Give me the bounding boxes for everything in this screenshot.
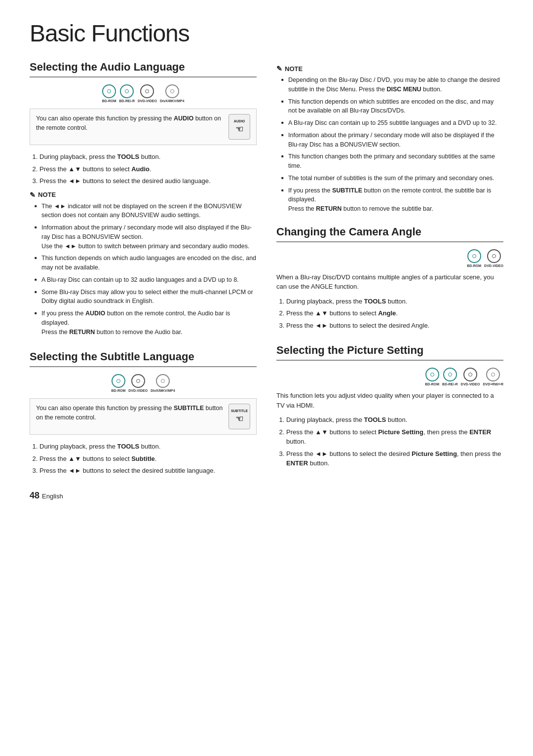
cam-badge-dvd-video: DVD-VIDEO <box>484 249 503 267</box>
subtitle-info-text: You can also operate this function by pr… <box>36 404 224 422</box>
pic-badge-dvdrw: DVD+RW/+R <box>483 368 504 386</box>
pic-badge-dvd-video: DVD-VIDEO <box>461 368 480 386</box>
picture-step-1: During playback, press the TOOLS button. <box>286 415 503 425</box>
badge-dvd-video: DVD-VIDEO <box>138 84 157 103</box>
subtitle-language-title: Selecting the Subtitle Language <box>30 350 257 367</box>
subtitle-step-2: Press the ▲▼ buttons to select Subtitle. <box>39 454 257 464</box>
audio-note-item-3: This function depends on which audio lan… <box>35 254 257 272</box>
camera-step-1: During playback, press the TOOLS button. <box>286 297 503 306</box>
picture-setting-title: Selecting the Picture Setting <box>276 344 503 361</box>
note-icon: ✎ <box>30 191 36 199</box>
page-number: 48 English <box>30 491 257 501</box>
sub-note-item-4: Information about the primary / secondar… <box>281 131 503 150</box>
camera-angle-description: When a Blu-ray Disc/DVD contains multipl… <box>276 272 503 292</box>
audio-note-title: ✎ NOTE <box>30 191 257 199</box>
subtitle-note-title: ✎ NOTE <box>276 65 503 73</box>
camera-step-3: Press the ◄► buttons to select the desir… <box>286 321 503 331</box>
cam-badge-bd-rom: BD-ROM <box>467 249 481 267</box>
picture-setting-description: This function lets you adjust video qual… <box>276 391 503 410</box>
camera-angle-title: Changing the Camera Angle <box>276 226 503 242</box>
picture-steps: During playback, press the TOOLS button.… <box>276 415 503 468</box>
camera-steps: During playback, press the TOOLS button.… <box>276 297 503 331</box>
badge-bd-rom: BD-ROM <box>102 84 116 103</box>
sub-badge-divx: DivX/MKV/MP4 <box>151 374 175 392</box>
subtitle-disc-badges: BD-ROM DVD-VIDEO DivX/MKV/MP4 <box>30 374 257 392</box>
section-picture-setting: Selecting the Picture Setting BD-ROM BD-… <box>276 344 503 468</box>
left-column: Selecting the Audio Language BD-ROM BD-R… <box>30 61 257 501</box>
audio-note-item-6: If you press the AUDIO button on the rem… <box>35 309 257 337</box>
audio-remote-button: AUDIO ☜ <box>228 114 250 140</box>
audio-step-1: During playback, press the TOOLS button. <box>39 152 257 162</box>
subtitle-note-list: Depending on the Blu-ray Disc / DVD, you… <box>276 76 503 214</box>
subtitle-note: ✎ NOTE Depending on the Blu-ray Disc / D… <box>276 65 503 214</box>
audio-info-box: You can also operate this function by pr… <box>30 109 257 145</box>
subtitle-step-3: Press the ◄► buttons to select the desir… <box>39 466 257 476</box>
section-subtitle-language: Selecting the Subtitle Language BD-ROM D… <box>30 350 257 476</box>
pic-badge-bd-re: BD-RE/-R <box>442 368 458 386</box>
subtitle-steps: During playback, press the TOOLS button.… <box>30 442 257 476</box>
audio-language-title: Selecting the Audio Language <box>30 61 257 77</box>
picture-disc-badges: BD-ROM BD-RE/-R DVD-VIDEO DVD+RW/+R <box>276 368 503 386</box>
subtitle-step-1: During playback, press the TOOLS button. <box>39 442 257 452</box>
audio-info-text: You can also operate this function by pr… <box>36 114 224 133</box>
sub-note-item-1: Depending on the Blu-ray Disc / DVD, you… <box>281 76 503 94</box>
sub-badge-dvd-video: DVD-VIDEO <box>128 374 148 392</box>
picture-step-2: Press the ▲▼ buttons to select Picture S… <box>286 427 503 447</box>
audio-step-2: Press the ▲▼ buttons to select Audio. <box>39 164 257 174</box>
audio-note-list: The ◄► indicator will not be displayed o… <box>30 202 257 337</box>
right-column: ✎ NOTE Depending on the Blu-ray Disc / D… <box>276 61 503 501</box>
audio-note-item-5: Some Blu-ray Discs may allow you to sele… <box>35 288 257 306</box>
note-icon-2: ✎ <box>276 65 282 73</box>
audio-note-item-2: Information about the primary / secondar… <box>35 223 257 251</box>
pic-badge-bd-rom: BD-ROM <box>425 368 439 386</box>
camera-disc-badges: BD-ROM DVD-VIDEO <box>276 249 503 267</box>
camera-step-2: Press the ▲▼ buttons to select Angle. <box>286 308 503 318</box>
sub-badge-bd-rom: BD-ROM <box>111 374 125 392</box>
badge-bd-re: BD-RE/-R <box>119 84 135 103</box>
picture-step-3: Press the ◄► buttons to select the desir… <box>286 449 503 468</box>
section-camera-angle: Changing the Camera Angle BD-ROM DVD-VID… <box>276 226 503 331</box>
sub-note-item-6: The total number of subtitles is the sum… <box>281 174 503 183</box>
sub-note-item-5: This function changes both the primary a… <box>281 152 503 171</box>
page-title: Basic Functions <box>30 20 503 47</box>
subtitle-remote-button: SUBTITLE ☜ <box>228 404 250 429</box>
audio-note-item-4: A Blu-ray Disc can contain up to 32 audi… <box>35 275 257 285</box>
sub-note-item-3: A Blu-ray Disc can contain up to 255 sub… <box>281 118 503 128</box>
subtitle-info-box: You can also operate this function by pr… <box>30 398 257 435</box>
audio-steps: During playback, press the TOOLS button.… <box>30 152 257 186</box>
sub-note-item-2: This function depends on which subtitles… <box>281 97 503 116</box>
audio-note: ✎ NOTE The ◄► indicator will not be disp… <box>30 191 257 337</box>
audio-disc-badges: BD-ROM BD-RE/-R DVD-VIDEO DivX/MKV/MP4 <box>30 84 257 103</box>
sub-note-item-7: If you press the SUBTITLE button on the … <box>281 186 503 214</box>
audio-note-item-1: The ◄► indicator will not be displayed o… <box>35 202 257 221</box>
section-audio-language: Selecting the Audio Language BD-ROM BD-R… <box>30 61 257 337</box>
audio-step-3: Press the ◄► buttons to select the desir… <box>39 176 257 186</box>
badge-divx: DivX/MKV/MP4 <box>160 84 184 103</box>
